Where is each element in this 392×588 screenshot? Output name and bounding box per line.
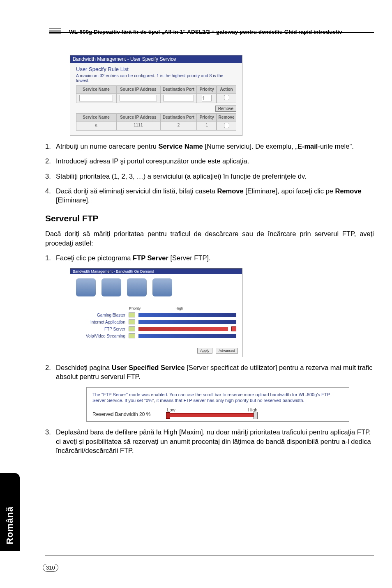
header-icon — [49, 24, 63, 38]
col-source-ip: Source IP Address — [116, 85, 160, 93]
step2-2-num: 2. — [45, 363, 56, 381]
fig1-titlebar: Bandwidth Management - User Specify Serv… — [70, 55, 242, 63]
fig2-titlebar: Bandwidth Management - Bandwidth On Dema… — [70, 269, 242, 274]
slider-label-ftp: FTP Server — [76, 327, 125, 331]
row2-name: a — [76, 121, 116, 131]
col2-priority: Priority — [197, 113, 217, 121]
step-1-post: [Nume serviciu]. De exemplu, „ — [203, 142, 297, 150]
step-2: 2. Introduceţi adresa IP şi portul cores… — [45, 156, 374, 165]
row2-priority: 1 — [197, 121, 217, 131]
language-label: Română — [5, 506, 15, 544]
figure-user-specify-service: Bandwidth Management - User Specify Serv… — [70, 55, 242, 136]
input-dest-port[interactable] — [163, 95, 194, 101]
step-4-pre: Dacă doriţi să eliminaţi serviciul din l… — [56, 187, 217, 195]
step-1-pre: Atribuiţi un nume oarecare pentru — [56, 142, 158, 150]
col2-service-name: Service Name — [76, 113, 116, 121]
step-1-bold2: E-mail — [297, 142, 318, 150]
step-1: 1. Atribuiţi un nume oarecare pentru Ser… — [45, 142, 374, 151]
step-1-post2: -urile mele". — [318, 142, 353, 150]
slider-label-voip: Voip/Video Streaming — [76, 334, 125, 338]
step-1-num: 1. — [45, 142, 56, 151]
slider-high-icon — [231, 326, 236, 331]
page-number: 310 — [43, 564, 58, 572]
icon-internet-app[interactable] — [101, 278, 121, 296]
step-2-text: Introduceţi adresa IP şi portul corespun… — [56, 156, 374, 165]
step-3: 3. Stabiliţi prioritatea (1, 2, 3, …) a … — [45, 172, 374, 181]
fig2-priority-label: Priority — [129, 306, 141, 310]
ftp-intro: Dacă doriţi să măriţi prioritatea pentru… — [45, 229, 374, 248]
step2-3-num: 3. — [45, 427, 56, 455]
fig3-note: The "FTP Server" mode was enabled. You c… — [92, 392, 343, 404]
col-dest-port: Destination Port — [160, 85, 197, 93]
icon-ftp-server[interactable] — [127, 278, 147, 296]
step-4-bold: Remove — [217, 187, 244, 195]
slider-low-icon — [129, 312, 135, 317]
step-3-num: 3. — [45, 172, 56, 181]
slider-low-icon — [129, 326, 135, 331]
footer-rule — [45, 556, 374, 556]
input-service-name[interactable] — [79, 95, 113, 101]
step2-2-bold: User Specified Service — [112, 364, 185, 371]
fig3-low: Low — [167, 407, 175, 412]
row2-dest: 2 — [160, 121, 197, 131]
section-ftp-heading: Serverul FTP — [45, 214, 374, 223]
slider-label-gaming: Gaming Blaster — [76, 313, 125, 317]
step2-3: 3. Deplasând bara de defilare până la Hi… — [45, 427, 374, 455]
col-priority: Priority — [197, 85, 217, 93]
slider-voip[interactable] — [138, 334, 236, 338]
step-4-mid: [Eliminare], apoi faceţi clic pe — [244, 187, 335, 195]
step-2-num: 2. — [45, 156, 56, 165]
steps-list-2b: 2. Deschideţi pagina User Specified Serv… — [45, 363, 374, 381]
remove-button[interactable]: Remove — [215, 106, 236, 112]
col-service-name: Service Name — [76, 85, 116, 93]
input-priority[interactable] — [202, 95, 212, 101]
steps-list-2c: 3. Deplasând bara de defilare până la Hi… — [45, 427, 374, 455]
figure-reserved-bandwidth: The "FTP Server" mode was enabled. You c… — [86, 387, 349, 422]
step2-2-pre: Deschideţi pagina — [56, 364, 112, 371]
reserved-bandwidth-slider[interactable] — [167, 413, 257, 417]
step-3-text: Stabiliţi prioritatea (1, 2, 3, …) a ser… — [56, 172, 374, 181]
slider-stop-icon — [166, 412, 170, 419]
steps-list-1: 1. Atribuiţi un nume oarecare pentru Ser… — [45, 142, 374, 204]
slider-low-icon — [129, 319, 135, 324]
step-4-post: [Eliminare]. — [56, 196, 90, 204]
step2-1-num: 1. — [45, 253, 56, 262]
col2-source-ip: Source IP Address — [116, 113, 160, 121]
apply-button[interactable]: Apply — [197, 348, 212, 354]
figure-bandwidth-on-demand: Bandwidth Management - Bandwidth On Dema… — [70, 268, 242, 357]
fig2-high-label: High — [175, 306, 183, 310]
steps-list-2: 1. Faceţi clic pe pictograma FTP Server … — [45, 253, 374, 262]
row2-source: 1111 — [116, 121, 160, 131]
fig1-note: A maximum 32 entries can be configured. … — [76, 73, 236, 83]
advanced-button[interactable]: Advanced — [216, 348, 238, 354]
input-action-check[interactable] — [224, 95, 229, 100]
slider-ftp[interactable] — [138, 327, 228, 331]
step2-2: 2. Deschideţi pagina User Specified Serv… — [45, 363, 374, 381]
step2-1: 1. Faceţi clic pe pictograma FTP Server … — [45, 253, 374, 262]
col2-remove: Remove — [217, 113, 236, 121]
step-4: 4. Dacă doriţi să eliminaţi serviciul di… — [45, 186, 374, 205]
step-4-num: 4. — [45, 186, 56, 205]
step-4-bold2: Remove — [335, 187, 362, 195]
reserved-bandwidth-label: Reserved Bandwidth 20 % — [92, 411, 150, 417]
col2-dest-port: Destination Port — [160, 113, 197, 121]
step2-1-bold: FTP Server — [133, 254, 168, 262]
step2-1-pre: Faceţi clic pe pictograma — [56, 254, 133, 262]
col-action: Action — [217, 85, 236, 93]
step-1-bold: Service Name — [158, 142, 203, 150]
icon-gaming[interactable] — [76, 278, 96, 296]
slider-gaming[interactable] — [138, 313, 236, 317]
input-source-ip[interactable] — [120, 95, 157, 101]
slider-internet[interactable] — [138, 320, 236, 324]
header-rule — [49, 32, 374, 33]
slider-thumb[interactable] — [254, 412, 258, 419]
step2-3-text: Deplasând bara de defilare până la High … — [56, 427, 374, 455]
slider-low-icon — [129, 333, 135, 338]
step2-1-post: [Server FTP]. — [168, 254, 211, 262]
row2-remove-check[interactable] — [224, 123, 229, 128]
fig1-subheader: User Specify Rule List — [76, 66, 236, 72]
slider-label-internet: Internet Application — [76, 320, 125, 324]
language-tab: Română — [0, 473, 20, 551]
icon-voip-video[interactable] — [152, 278, 172, 296]
